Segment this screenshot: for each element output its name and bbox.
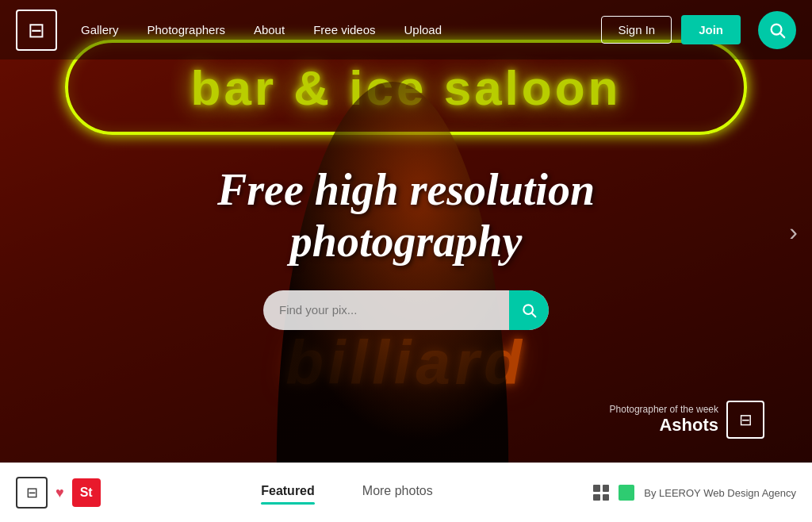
hero-content: Free high resolution photography — [0, 0, 812, 463]
shutterstock-logo[interactable]: St — [72, 478, 101, 507]
nav-upload[interactable]: Upload — [404, 23, 442, 36]
potw-name[interactable]: Ashots — [610, 415, 718, 436]
nav-free-videos[interactable]: Free videos — [313, 23, 375, 36]
svg-point-2 — [523, 305, 533, 314]
leeroy-label: By LEEROY Web Design Agency — [644, 487, 796, 499]
photographer-of-week: Photographer of the week Ashots ⊟ — [610, 401, 764, 439]
search-input[interactable] — [263, 303, 509, 317]
nav-links: Gallery Photographers About Free videos … — [81, 23, 601, 36]
search-submit-button[interactable] — [509, 290, 549, 330]
next-slide-button[interactable]: › — [789, 217, 798, 246]
tab-more-photos[interactable]: More photos — [362, 484, 433, 501]
footer-left: ⊟ ♥ St — [16, 477, 101, 509]
search-bar — [263, 290, 549, 330]
search-nav-button[interactable] — [758, 11, 796, 49]
tab-featured[interactable]: Featured — [261, 484, 315, 501]
nav-actions: Sign In Join — [601, 11, 796, 49]
heart-icon: ♥ — [56, 485, 64, 501]
footer-tabs: Featured More photos — [101, 484, 594, 501]
join-button[interactable]: Join — [681, 15, 741, 44]
footer-bar: ⊟ ♥ St Featured More photos By LEEROY We… — [0, 463, 812, 522]
grid-view-icon[interactable] — [593, 485, 609, 501]
nav-gallery[interactable]: Gallery — [81, 23, 119, 36]
nav-photographers[interactable]: Photographers — [147, 23, 225, 36]
footer-logo[interactable]: ⊟ — [16, 477, 48, 509]
hero-title: Free high resolution photography — [217, 164, 595, 267]
signin-button[interactable]: Sign In — [601, 16, 672, 44]
hero-section: bar & ice saloon billiard Free high reso… — [0, 0, 812, 463]
potw-badge: ⊟ — [726, 401, 764, 439]
footer-right: By LEEROY Web Design Agency — [593, 485, 796, 501]
site-logo[interactable]: ⊟ — [16, 10, 57, 51]
svg-point-0 — [772, 24, 782, 34]
leeroy-logo — [619, 485, 634, 501]
nav-about[interactable]: About — [254, 23, 285, 36]
potw-label: Photographer of the week — [610, 404, 718, 415]
navbar: ⊟ Gallery Photographers About Free video… — [0, 0, 812, 59]
svg-line-3 — [532, 313, 535, 317]
svg-line-1 — [781, 33, 785, 37]
